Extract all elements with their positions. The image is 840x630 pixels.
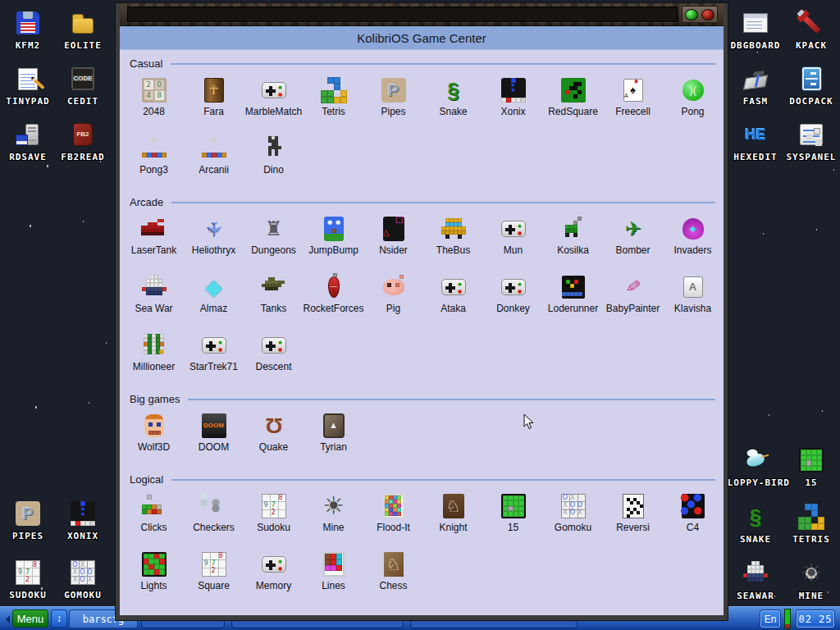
- game-item-donkey[interactable]: ●●Donkey: [483, 269, 543, 327]
- game-item-klavisha[interactable]: AKlavisha: [663, 269, 723, 327]
- icon-pixel: 9: [203, 560, 210, 568]
- game-item-invaders[interactable]: ◆Invaders: [663, 211, 723, 269]
- desktop-icon-mine[interactable]: ☀MINE: [770, 559, 840, 601]
- game-item-tetris[interactable]: Tetris: [304, 72, 363, 130]
- icon-pixel: ●: [518, 231, 522, 235]
- game-label: Tyrian: [320, 442, 347, 453]
- keyboard-layout-button[interactable]: En: [760, 609, 781, 628]
- window-switch-button[interactable]: ↕: [51, 609, 67, 628]
- icon-pixel: O: [79, 568, 86, 576]
- game-item-almaz[interactable]: ◆Almaz: [184, 269, 244, 327]
- game-item-freecell[interactable]: ♦A♠Freecell: [603, 72, 663, 130]
- game-item-startrek71[interactable]: ●●StarTrek71: [184, 327, 244, 386]
- game-item-pig[interactable]: Pig: [363, 269, 423, 327]
- game-item-2048[interactable]: 20482048: [124, 72, 184, 130]
- game-item-c4[interactable]: ●●●●●C4: [663, 488, 723, 546]
- game-item-heliothryx[interactable]: ✈Heliothryx: [184, 211, 244, 269]
- desktop-icon-kpack[interactable]: KPACK: [770, 8, 840, 51]
- icon-pixel: [764, 573, 768, 578]
- game-item-jumpbump[interactable]: ●●JumpBump: [304, 211, 363, 269]
- close-button-led[interactable]: [701, 9, 714, 21]
- kosilka-icon: [561, 217, 586, 241]
- icon-pixel: ●: [279, 86, 282, 89]
- game-item-tanks[interactable]: Tanks: [244, 269, 304, 327]
- game-item-reversi[interactable]: Reversi: [603, 488, 663, 546]
- game-label: Clicks: [141, 523, 167, 533]
- game-item-lines[interactable]: Lines: [304, 546, 363, 605]
- minimize-button-led[interactable]: [685, 9, 698, 21]
- game-item-ataka[interactable]: ●●Ataka: [423, 269, 483, 327]
- game-item-sea-war[interactable]: Sea War: [124, 269, 184, 327]
- game-art: —: [328, 272, 340, 301]
- game-item-pipes[interactable]: PPipes: [363, 72, 423, 130]
- icon-pixel: [340, 97, 347, 103]
- game-item-xonix[interactable]: ●●Xonix: [483, 72, 543, 130]
- game-item-pong[interactable]: )(Pong: [663, 72, 723, 130]
- taskbar-collapse-arrow-icon[interactable]: [2, 615, 10, 623]
- game-item-wolf3d[interactable]: Wolf3D: [124, 408, 184, 466]
- game-item-nsider[interactable]: □△Nsider: [363, 211, 423, 269]
- game-item-clicks[interactable]: Clicks: [124, 488, 184, 546]
- desktop-icon-fb2read[interactable]: FB2FB2READ: [42, 120, 124, 162]
- game-label: Chess: [379, 581, 407, 591]
- window-titlebar[interactable]: [120, 3, 724, 26]
- desktop-icon-label: EOLITE: [64, 40, 102, 51]
- millioneer-icon: ●: [144, 334, 165, 357]
- desktop-icon-tetris[interactable]: TETRIS: [770, 502, 840, 545]
- icon-pixel: [521, 98, 526, 103]
- game-item-memory[interactable]: ●●Memory: [244, 546, 304, 605]
- game-label: Kosilka: [557, 245, 589, 256]
- clock-button[interactable]: 02 25: [796, 609, 835, 628]
- game-item-loderunner[interactable]: Loderunner: [543, 269, 603, 327]
- gomoku-icon: OXXOOXOX: [561, 494, 586, 518]
- icon-pixel: [278, 146, 281, 149]
- game-item-rocketforces[interactable]: —RocketForces: [304, 269, 363, 327]
- game-item-arcanii[interactable]: ●Arcanii: [184, 130, 244, 189]
- game-item-tyrian[interactable]: ▲Tyrian: [304, 408, 363, 466]
- game-item-15[interactable]: 15: [483, 488, 543, 546]
- game-item-babypainter[interactable]: ✎BabyPainter: [603, 269, 663, 327]
- game-item-millioneer[interactable]: ●Millioneer: [124, 327, 184, 386]
- game-item-doom[interactable]: DOOMDOOM: [184, 408, 244, 466]
- desktop-icon-syspanel[interactable]: SYSPANEL: [770, 120, 840, 162]
- game-item-quake[interactable]: ΩQuake: [244, 408, 304, 466]
- game-item-chess[interactable]: ♘Chess: [363, 546, 423, 605]
- game-item-sudoku[interactable]: 8972Sudoku: [244, 488, 304, 546]
- desktop-icon-gomoku[interactable]: OXXOOXOXGOMOKU: [42, 558, 124, 600]
- game-art: ♘: [384, 550, 404, 578]
- game-item-bomber[interactable]: ✈Bomber: [603, 211, 663, 269]
- game-item-thebus[interactable]: TheBus: [423, 211, 483, 269]
- game-item-dungeons[interactable]: ♜Dungeons: [244, 211, 304, 269]
- game-item-knight[interactable]: ♘Knight: [423, 488, 483, 546]
- game-item-flood-it[interactable]: Flood-It: [363, 488, 423, 546]
- desktop-icon-15[interactable]: 15: [770, 445, 840, 488]
- desktop-icon-docpack[interactable]: DOCPACK: [770, 64, 840, 107]
- game-item-lights[interactable]: Lights: [124, 546, 184, 605]
- game-label: JumpBump: [308, 245, 358, 256]
- desktop-icon-xonix[interactable]: ●●XONIX: [42, 499, 124, 541]
- game-item-redsquare[interactable]: RedSquare: [543, 72, 603, 130]
- icon-pixel: [157, 509, 162, 514]
- game-item-descent[interactable]: ●●Descent: [244, 327, 304, 386]
- game-label: RedSquare: [548, 107, 598, 117]
- game-item-gomoku[interactable]: OXXOOXOXGomoku: [543, 488, 603, 546]
- game-item-mun[interactable]: ●●Mun: [483, 211, 543, 269]
- game-item-square[interactable]: 8972Square: [184, 546, 244, 605]
- game-item-marblematch[interactable]: ●●MarbleMatch: [244, 72, 304, 130]
- desktop-icon-label: SNAKE: [740, 534, 771, 545]
- game-item-lasertank[interactable]: LaserTank: [124, 211, 184, 269]
- menu-button[interactable]: Menu: [12, 609, 48, 628]
- arcanii-icon: ●: [202, 138, 226, 159]
- game-item-snake[interactable]: §Snake: [423, 72, 483, 130]
- game-item-mine[interactable]: ☀Mine: [304, 488, 363, 546]
- cpu-load-indicator[interactable]: [784, 609, 791, 629]
- desktop-icon-art: P: [16, 499, 40, 528]
- game-item-fara[interactable]: ☥Fara: [184, 72, 244, 130]
- desktop-icon-cedit[interactable]: CODECEDIT: [42, 64, 124, 107]
- game-label: Invaders: [673, 245, 711, 256]
- game-item-pong3[interactable]: ●Pong3: [124, 130, 184, 189]
- game-item-kosilka[interactable]: Kosilka: [543, 211, 603, 269]
- desktop-icon-eolite[interactable]: EOLITE: [42, 8, 124, 51]
- game-item-dino[interactable]: Dino: [244, 130, 304, 189]
- game-item-checkers[interactable]: ●●●●Checkers: [184, 488, 244, 546]
